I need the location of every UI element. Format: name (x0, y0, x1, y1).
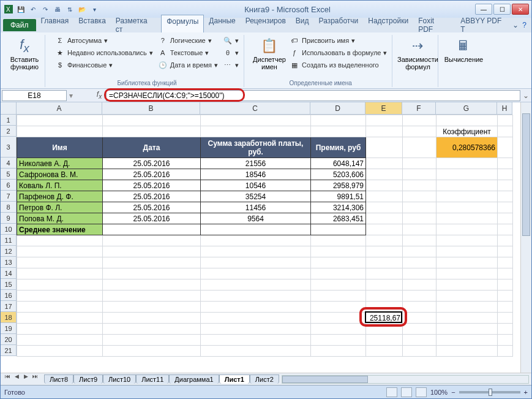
cell-C7[interactable]: 35254 (201, 191, 311, 202)
cell-F7[interactable] (403, 191, 436, 202)
cell-B15[interactable] (103, 279, 201, 291)
sheet-tab-Лист9[interactable]: Лист9 (73, 374, 103, 384)
cell-A12[interactable] (17, 246, 103, 257)
cell-F12[interactable] (403, 246, 436, 257)
namebox-dropdown-icon[interactable]: ▾ (68, 91, 74, 100)
col-header-H[interactable]: H (497, 102, 512, 115)
cell-A20[interactable] (17, 335, 103, 346)
cell-D2[interactable] (311, 126, 366, 137)
cell-G9[interactable] (436, 213, 498, 224)
define-name-button[interactable]: 🏷Присвоить имя ▾ (288, 35, 389, 46)
logical-button[interactable]: ?Логические ▾ (157, 35, 219, 46)
cell-G5[interactable] (436, 169, 498, 180)
row-header-17[interactable]: 17 (1, 301, 17, 312)
cell-H4[interactable] (498, 158, 513, 169)
sheet-nav-last-icon[interactable]: ⏭ (31, 373, 39, 385)
col-header-E[interactable]: E (365, 102, 402, 115)
cell-H17[interactable] (498, 302, 513, 313)
fx-button[interactable]: fx (92, 90, 106, 100)
cell-E21[interactable] (366, 346, 403, 357)
more-fn-button[interactable]: ⋯▾ (222, 59, 240, 70)
cell-A18[interactable] (17, 313, 103, 324)
col-header-A[interactable]: A (17, 102, 102, 115)
recent-button[interactable]: ★Недавно использовались ▾ (54, 47, 154, 58)
cell-D15[interactable] (311, 279, 366, 291)
cell-F3[interactable] (403, 137, 436, 158)
cell-B2[interactable] (103, 126, 201, 137)
cell-E9[interactable] (366, 213, 403, 224)
cell-E6[interactable] (366, 180, 403, 191)
name-box[interactable]: E18 (2, 90, 67, 101)
sheet-tab-Лист8[interactable]: Лист8 (44, 374, 73, 384)
cell-A8[interactable]: Петров Ф. Л. (17, 202, 103, 213)
cell-C16[interactable] (201, 291, 311, 302)
cell-G11[interactable] (436, 235, 498, 246)
cell-D9[interactable]: 2683,451 (311, 213, 366, 224)
cell-H16[interactable] (498, 291, 513, 302)
cell-B10[interactable] (103, 224, 201, 235)
cell-A6[interactable]: Коваль Л. П. (17, 180, 103, 191)
view-normal-button[interactable] (386, 387, 397, 397)
cell-E12[interactable] (366, 246, 403, 257)
cell-C20[interactable] (201, 335, 311, 346)
row-header-6[interactable]: 6 (1, 180, 17, 191)
cell-D19[interactable] (311, 324, 366, 335)
row-header-9[interactable]: 9 (1, 213, 17, 224)
math-button[interactable]: θ▾ (222, 47, 240, 58)
vertical-scrollbar[interactable] (520, 102, 531, 373)
row-header-11[interactable]: 11 (1, 235, 17, 246)
cell-H2[interactable] (498, 126, 513, 137)
cell-H21[interactable] (498, 346, 513, 357)
cell-C14[interactable] (201, 268, 311, 279)
cell-F14[interactable] (403, 268, 436, 279)
cell-A1[interactable] (17, 115, 103, 126)
cell-B1[interactable] (103, 115, 201, 126)
minimize-button[interactable]: — (475, 4, 492, 15)
cell-G10[interactable] (436, 224, 498, 235)
cell-F5[interactable] (403, 169, 436, 180)
redo-icon[interactable]: ↷ (40, 4, 51, 15)
cell-D5[interactable]: 5203,606 (311, 169, 366, 180)
col-header-B[interactable]: B (102, 102, 200, 115)
cell-D6[interactable]: 2958,979 (311, 180, 366, 191)
cell-B12[interactable] (103, 246, 201, 257)
close-button[interactable]: ✕ (512, 4, 529, 15)
cell-A5[interactable]: Сафронова В. М. (17, 169, 103, 180)
row-header-13[interactable]: 13 (1, 257, 17, 268)
cell-F6[interactable] (403, 180, 436, 191)
cell-G4[interactable] (436, 158, 498, 169)
cell-E11[interactable] (366, 235, 403, 246)
row-header-18[interactable]: 18 (1, 312, 17, 323)
cell-B9[interactable]: 25.05.2016 (103, 213, 201, 224)
cell-H6[interactable] (498, 180, 513, 191)
cell-D20[interactable] (311, 335, 366, 346)
cell-F4[interactable] (403, 158, 436, 169)
cell-E7[interactable] (366, 191, 403, 202)
cell-B16[interactable] (103, 291, 201, 302)
cell-C21[interactable] (201, 346, 311, 357)
row-header-4[interactable]: 4 (1, 158, 17, 169)
cell-F8[interactable] (403, 202, 436, 213)
cell-G19[interactable] (436, 324, 498, 335)
financial-button[interactable]: $Финансовые ▾ (54, 59, 154, 70)
vscroll-thumb[interactable] (522, 113, 530, 236)
cell-F15[interactable] (403, 279, 436, 291)
cell-C8[interactable]: 11456 (201, 202, 311, 213)
ribbon-minimize-icon[interactable]: ⌄ (512, 21, 519, 29)
cell-A13[interactable] (17, 257, 103, 268)
cell-C10[interactable] (201, 224, 311, 235)
zoom-in-button[interactable]: + (524, 389, 528, 396)
cell-D10[interactable] (311, 224, 366, 235)
cell-A10[interactable]: Среднее значение (17, 224, 103, 235)
cell-A16[interactable] (17, 291, 103, 302)
cell-H13[interactable] (498, 257, 513, 268)
cell-E15[interactable] (366, 279, 403, 291)
cell-C1[interactable] (201, 115, 311, 126)
select-all-corner[interactable] (1, 102, 17, 115)
cell-B14[interactable] (103, 268, 201, 279)
cell-E10[interactable] (366, 224, 403, 235)
cell-C13[interactable] (201, 257, 311, 268)
cell-E2[interactable] (366, 126, 403, 137)
row-header-21[interactable]: 21 (1, 345, 17, 356)
cell-A7[interactable]: Парфенов Д. Ф. (17, 191, 103, 202)
